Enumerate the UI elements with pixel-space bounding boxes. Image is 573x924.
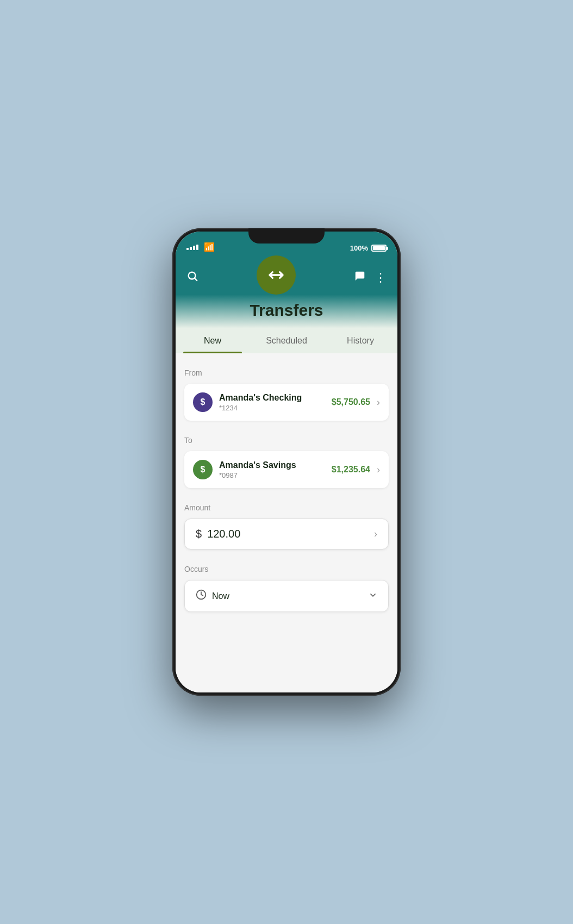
tab-history[interactable]: History — [323, 328, 397, 353]
battery-percent: 100% — [350, 244, 368, 252]
amount-label: Amount — [184, 503, 389, 512]
occurs-label: Occurs — [184, 565, 389, 573]
to-account-name: Amanda's Savings — [219, 460, 325, 470]
currency-symbol: $ — [196, 528, 202, 540]
status-right: 100% — [350, 244, 387, 252]
signal-bar-4 — [196, 245, 198, 250]
status-left: 📶 — [186, 242, 215, 252]
search-icon[interactable] — [186, 270, 198, 285]
app-header: ⋮ — [176, 255, 397, 295]
main-content: From $ Amanda's Checking *1234 $5,750.65… — [176, 353, 397, 692]
phone-frame: 📶 100% — [172, 228, 401, 696]
hero-title-section: Transfers — [176, 295, 397, 328]
from-account-card[interactable]: $ Amanda's Checking *1234 $5,750.65 › — [184, 384, 389, 421]
signal-bar-2 — [190, 247, 192, 250]
signal-bar-1 — [186, 248, 189, 250]
battery-icon — [371, 245, 387, 252]
occurs-dropdown-icon — [369, 591, 377, 601]
from-account-name: Amanda's Checking — [219, 393, 325, 403]
to-account-balance: $1,235.64 — [332, 465, 370, 475]
tab-new[interactable]: New — [176, 328, 250, 353]
svg-line-1 — [195, 278, 197, 280]
clock-icon — [196, 589, 207, 603]
to-account-info: Amanda's Savings *0987 — [219, 460, 325, 479]
from-account-info: Amanda's Checking *1234 — [219, 393, 325, 412]
transfer-icon — [257, 255, 296, 295]
hero-section — [257, 261, 296, 295]
to-account-chevron-icon: › — [377, 464, 380, 476]
from-account-balance: $5,750.65 — [332, 397, 370, 407]
to-account-number: *0987 — [219, 471, 325, 479]
to-label: To — [184, 436, 389, 445]
occurs-value: Now — [212, 591, 369, 601]
amount-card[interactable]: $ 120.00 › — [184, 519, 389, 550]
signal-bars-icon — [186, 245, 198, 250]
header-right-icons: ⋮ — [354, 270, 387, 285]
more-options-icon[interactable]: ⋮ — [375, 271, 387, 285]
amount-chevron-icon: › — [374, 528, 377, 540]
amount-value: 120.00 — [207, 528, 374, 540]
from-account-chevron-icon: › — [377, 397, 380, 408]
phone-inner: 📶 100% — [176, 232, 397, 692]
tab-scheduled[interactable]: Scheduled — [250, 328, 323, 353]
from-account-icon: $ — [193, 392, 213, 412]
tabs-bar: New Scheduled History — [176, 328, 397, 353]
to-account-icon: $ — [193, 460, 213, 479]
message-icon[interactable] — [354, 270, 366, 285]
from-label: From — [184, 369, 389, 377]
phone-notch — [248, 228, 325, 244]
signal-bar-3 — [193, 246, 195, 250]
to-account-card[interactable]: $ Amanda's Savings *0987 $1,235.64 › — [184, 451, 389, 488]
page-title: Transfers — [250, 301, 323, 320]
wifi-icon: 📶 — [204, 242, 215, 252]
occurs-card[interactable]: Now — [184, 580, 389, 612]
battery-fill — [373, 246, 385, 250]
from-account-number: *1234 — [219, 404, 325, 412]
